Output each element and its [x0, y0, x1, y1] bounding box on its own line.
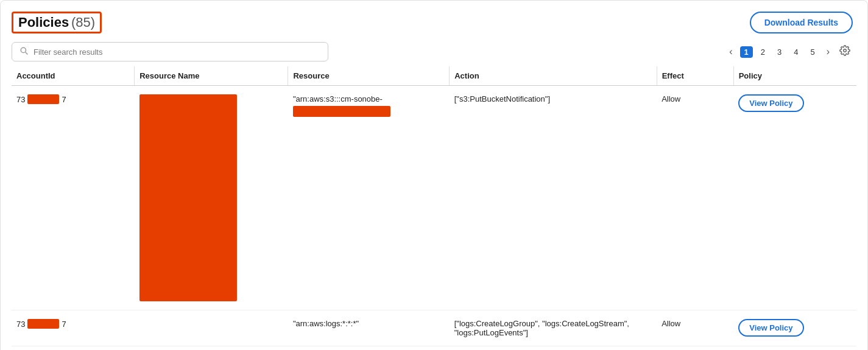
view-policy-button-2[interactable]: View Policy: [738, 319, 803, 337]
resource-cell-2: "arn:aws:logs:*:*:*": [288, 310, 450, 346]
settings-icon-button[interactable]: [837, 44, 853, 60]
svg-point-2: [844, 49, 847, 52]
action-cell-1: ["s3:PutBucketNotification"]: [450, 86, 657, 310]
account-id-cell-1: 73 7: [12, 86, 135, 310]
page-4-button[interactable]: 4: [789, 46, 802, 58]
view-policy-button-1[interactable]: View Policy: [738, 94, 803, 112]
table-wrapper: AccountId Resource Name Resource Action …: [1, 66, 867, 350]
page-1-button[interactable]: 1: [740, 46, 753, 58]
policy-cell-2: View Policy: [733, 310, 856, 346]
search-input[interactable]: [34, 47, 320, 57]
effect-cell-1: Allow: [657, 86, 733, 310]
policies-table: AccountId Resource Name Resource Action …: [12, 66, 856, 350]
resource-cell-1: "arn:aws:s3:::cm-sonobe-: [288, 86, 450, 310]
col-header-effect: Effect: [657, 66, 733, 86]
search-box: [12, 42, 328, 61]
account-suffix-2: 7: [62, 320, 66, 329]
title-box: Policies (85): [12, 12, 102, 33]
page-count: (85): [71, 15, 95, 30]
resource-cell-3: "*": [288, 346, 450, 351]
policy-cell-3: View Policy: [733, 346, 856, 351]
page-5-button[interactable]: 5: [806, 46, 819, 58]
col-header-accountid: AccountId: [12, 66, 135, 86]
resource-inline-redacted-1: [293, 106, 390, 117]
page-title: Policies: [18, 15, 69, 30]
pagination-prev-button[interactable]: ‹: [725, 45, 736, 58]
effect-cell-3: Allow: [657, 346, 733, 351]
resource-text-2: "arn:aws:logs:*:*:*": [293, 319, 359, 328]
pagination: ‹ 1 2 3 4 5 ›: [725, 44, 853, 60]
account-id-cell-2: 73 7: [12, 310, 135, 346]
account-redacted-1: [27, 94, 59, 104]
col-header-resourcename: Resource Name: [135, 66, 288, 86]
resource-name-cell-3: [135, 346, 288, 351]
col-header-policy: Policy: [733, 66, 856, 86]
effect-cell-2: Allow: [657, 310, 733, 346]
policy-cell-1: View Policy: [733, 86, 856, 310]
svg-point-0: [21, 47, 26, 52]
account-id-cell-3: 73 7: [12, 346, 135, 351]
action-cell-3: ["glue:StartCrawler"]: [450, 346, 657, 351]
table-row: 73 7 "arn:aws:s3:::cm-sonobe- ["s3:PutBu…: [12, 86, 856, 310]
page-2-button[interactable]: 2: [757, 46, 769, 58]
resource-text-1: "arn:aws:s3:::cm-sonobe-: [293, 94, 383, 103]
svg-line-1: [26, 52, 28, 55]
resource-name-cell-2: [135, 310, 288, 346]
resource-name-cell-1: [135, 86, 288, 310]
table-row: 73 7 "arn:aws:logs:*:*:*" ["logs:CreateL…: [12, 310, 856, 346]
page-3-button[interactable]: 3: [773, 46, 786, 58]
pagination-next-button[interactable]: ›: [823, 45, 833, 58]
account-redacted-2: [27, 319, 59, 329]
search-pagination-row: ‹ 1 2 3 4 5 ›: [1, 40, 867, 66]
col-header-resource: Resource: [288, 66, 450, 86]
download-results-button[interactable]: Download Results: [750, 12, 853, 33]
table-row: 73 7 "*" ["glue:StartCrawler"] Allow: [12, 346, 856, 351]
account-suffix-1: 7: [62, 95, 66, 104]
col-header-action: Action: [450, 66, 657, 86]
action-cell-2: ["logs:CreateLogGroup", "logs:CreateLogS…: [450, 310, 657, 346]
title-area: Policies (85): [12, 12, 102, 33]
resource-name-redacted-1: [139, 94, 237, 301]
account-prefix-2: 73: [16, 320, 25, 329]
account-prefix-1: 73: [16, 95, 25, 104]
search-icon: [19, 46, 29, 57]
